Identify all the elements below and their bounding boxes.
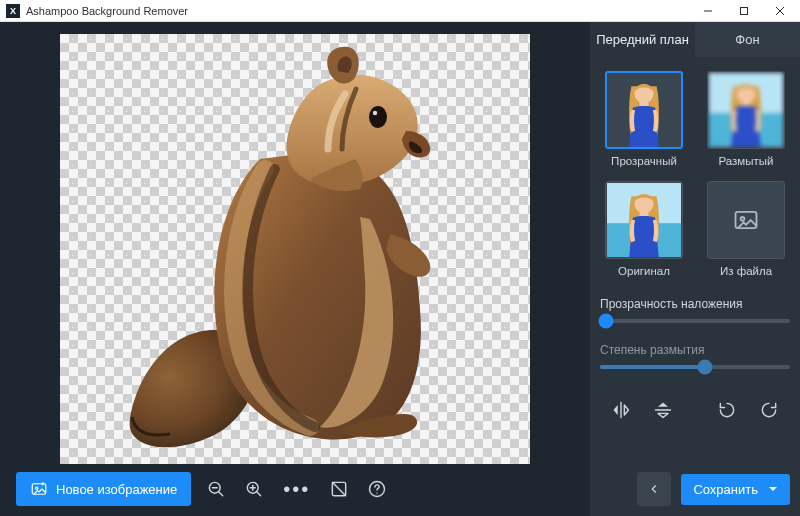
app-icon: X — [6, 4, 20, 18]
svg-point-23 — [741, 217, 745, 221]
new-image-label: Новое изображение — [56, 482, 177, 497]
svg-point-5 — [373, 111, 377, 115]
rotate-left-button[interactable] — [712, 395, 742, 425]
svg-rect-1 — [741, 7, 748, 14]
option-from-file-label: Из файла — [720, 265, 772, 277]
back-button[interactable] — [637, 472, 671, 506]
minimize-button[interactable] — [690, 0, 726, 22]
zoom-in-button[interactable] — [241, 476, 267, 502]
option-transparent-thumb[interactable] — [605, 71, 683, 149]
overlay-transparency-track[interactable] — [600, 319, 790, 323]
transform-tools — [600, 395, 790, 425]
compare-button[interactable] — [326, 476, 352, 502]
svg-line-9 — [219, 492, 223, 496]
save-button-label: Сохранить — [693, 482, 758, 497]
svg-point-17 — [377, 493, 378, 494]
image-icon — [732, 206, 760, 234]
tabbar: Передний план Фон — [590, 22, 800, 57]
bottom-toolbar: Новое изображение ••• — [12, 472, 578, 506]
blur-amount-label: Степень размытия — [600, 343, 790, 357]
zoom-out-button[interactable] — [203, 476, 229, 502]
tab-foreground[interactable]: Передний план — [590, 22, 695, 57]
svg-point-7 — [36, 487, 38, 489]
close-button[interactable] — [762, 0, 798, 22]
window-controls — [690, 0, 798, 22]
new-image-button[interactable]: Новое изображение — [16, 472, 191, 506]
option-transparent: Прозрачный — [600, 71, 688, 167]
maximize-button[interactable] — [726, 0, 762, 22]
svg-line-12 — [257, 492, 261, 496]
option-original-thumb[interactable] — [605, 181, 683, 259]
option-transparent-label: Прозрачный — [611, 155, 677, 167]
option-from-file-thumb[interactable] — [707, 181, 785, 259]
overlay-transparency-label: Прозрачность наложения — [600, 297, 790, 311]
save-button[interactable]: Сохранить — [681, 474, 790, 505]
help-button[interactable] — [364, 476, 390, 502]
rotate-right-button[interactable] — [754, 395, 784, 425]
option-blurred-label: Размытый — [719, 155, 774, 167]
svg-point-4 — [369, 106, 387, 128]
flip-vertical-button[interactable] — [648, 395, 678, 425]
option-original-label: Оригинал — [618, 265, 670, 277]
overlay-transparency-slider: Прозрачность наложения — [600, 297, 790, 323]
more-menu-button[interactable]: ••• — [279, 478, 314, 501]
flip-horizontal-button[interactable] — [606, 395, 636, 425]
canvas-area: Новое изображение ••• — [0, 22, 590, 516]
content-area: Новое изображение ••• Передн — [0, 22, 800, 516]
option-blurred: Размытый — [702, 71, 790, 167]
option-blurred-thumb[interactable] — [707, 71, 785, 149]
titlebar: X Ashampoo Background Remover — [0, 0, 800, 22]
blur-amount-slider: Степень размытия — [600, 343, 790, 369]
option-from-file: Из файла — [702, 181, 790, 277]
chevron-down-icon — [768, 484, 778, 494]
app-title: Ashampoo Background Remover — [26, 5, 690, 17]
tab-background[interactable]: Фон — [695, 22, 800, 57]
option-original: Оригинал — [600, 181, 688, 277]
bottom-actions: Сохранить — [600, 456, 790, 506]
canvas[interactable] — [60, 34, 530, 464]
canvas-frame — [12, 34, 578, 464]
background-options-grid: Прозрачный Размытый Оригинал — [600, 71, 790, 277]
image-plus-icon — [30, 480, 48, 498]
app-window: X Ashampoo Background Remover — [0, 0, 800, 516]
sidebar: Передний план Фон — [590, 22, 800, 516]
subject-image — [110, 39, 490, 459]
blur-amount-track[interactable] — [600, 365, 790, 369]
